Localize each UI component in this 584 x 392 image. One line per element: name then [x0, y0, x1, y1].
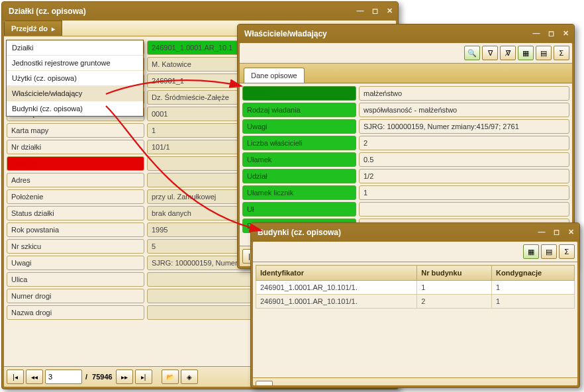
- form-row: Ułamek licznik1: [242, 185, 569, 200]
- field-value: 1/2: [359, 169, 569, 183]
- table-cell: 1: [492, 295, 575, 309]
- minimize-icon[interactable]: —: [537, 228, 546, 237]
- prev-page-button[interactable]: ◂◂: [26, 369, 43, 384]
- table-cell: 246901_1.0001.AR_10.101/1.: [256, 295, 417, 309]
- field-value: [359, 202, 569, 217]
- column-header[interactable]: Kondygnacje: [492, 266, 575, 281]
- sigma-icon[interactable]: Σ: [554, 46, 569, 60]
- form-row: Osobamałżeństwo: [242, 86, 569, 101]
- column-header[interactable]: Nr budynku: [417, 266, 492, 281]
- window-budynki: Budynki (cz. opisowa) — ◻ ✕ ▦ ▤ Σ Identy…: [250, 222, 580, 388]
- title-wlasciciele: Właściciele/władający: [242, 29, 532, 38]
- menu-item[interactable]: Działki: [7, 40, 143, 56]
- sigma-icon[interactable]: Σ: [559, 244, 575, 259]
- field-value: SJRG: 100000159, Numer zmiany:415/97; 27…: [359, 119, 569, 134]
- funnel-off-icon[interactable]: ∇̸: [500, 46, 516, 60]
- folder-button[interactable]: 📂: [162, 369, 179, 384]
- minimize-icon[interactable]: —: [356, 7, 365, 16]
- form-row: Uł: [242, 202, 569, 217]
- minimize-icon[interactable]: —: [532, 29, 541, 38]
- field-value: 2: [359, 136, 569, 150]
- field-label: Data do: [7, 156, 144, 171]
- tab-strip: Dane opisowe: [240, 64, 572, 83]
- table-cell: 2: [417, 295, 492, 309]
- table-row[interactable]: 246901_1.0001.AR_10.101/1.11: [256, 281, 575, 295]
- form-row: Ułamek0.5: [242, 152, 569, 167]
- field-label: Nr działki: [7, 140, 144, 154]
- field-label: Numer drogi: [7, 289, 144, 303]
- field-label: Uł: [242, 202, 356, 217]
- field-label: Położenie: [7, 189, 144, 204]
- form-row: UwagiSJRG: 100000159, Numer zmiany:415/9…: [242, 119, 569, 134]
- paginator-bud: 📂: [253, 377, 577, 385]
- menu-item[interactable]: Użytki (cz. opisowa): [7, 71, 143, 86]
- field-label: Osoba: [242, 86, 356, 101]
- title-dzialki: Działki (cz. opisowa): [6, 7, 356, 16]
- grid-icon[interactable]: ▤: [541, 244, 557, 259]
- maximize-icon[interactable]: ◻: [552, 228, 561, 237]
- field-label: Adres: [7, 173, 144, 187]
- close-icon[interactable]: ✕: [561, 29, 570, 38]
- table-cell: 1: [417, 281, 492, 295]
- goto-menu-button[interactable]: Przejdź do: [4, 21, 62, 36]
- menu-item[interactable]: Budynki (cz. opisowa): [7, 101, 143, 116]
- maximize-icon[interactable]: ◻: [546, 29, 556, 38]
- field-label: Udział: [242, 169, 356, 183]
- page-total: 75946: [91, 373, 114, 381]
- field-label: Uwagi: [242, 119, 356, 134]
- menu-item[interactable]: Jednostki rejestrowe gruntowe: [7, 56, 143, 71]
- form-row: Udział1/2: [242, 169, 569, 183]
- close-icon[interactable]: ✕: [385, 7, 394, 16]
- last-button[interactable]: ▸|: [135, 369, 152, 384]
- tab-dane-opisowe[interactable]: Dane opisowe: [244, 68, 305, 83]
- menu-item[interactable]: Właściciele/władający: [7, 86, 143, 101]
- field-value: 0.5: [359, 152, 569, 167]
- close-icon[interactable]: ✕: [566, 228, 575, 237]
- field-label: Uwagi: [7, 256, 144, 270]
- table-wrap: IdentyfikatorNr budynkuKondygnacje246901…: [253, 262, 577, 377]
- next-page-button[interactable]: ▸▸: [116, 369, 133, 384]
- column-header[interactable]: Identyfikator: [256, 266, 417, 281]
- goto-dropdown: DziałkiJednostki rejestrowe gruntoweUżyt…: [6, 40, 144, 117]
- filter-active-icon[interactable]: 🔍: [464, 46, 480, 60]
- table-cell: 1: [492, 281, 575, 295]
- titlebar-wlasciciele[interactable]: Właściciele/władający — ◻ ✕: [238, 24, 574, 43]
- export-excel-icon[interactable]: ▦: [518, 46, 534, 60]
- table-cell: 246901_1.0001.AR_10.101/1.: [256, 281, 417, 295]
- field-label: Rodzaj władania: [242, 103, 356, 117]
- first-button[interactable]: |◂: [7, 369, 24, 384]
- titlebar-budynki[interactable]: Budynki (cz. opisowa) — ◻ ✕: [251, 223, 579, 242]
- field-label: Karta mapy: [7, 123, 144, 138]
- field-value: 1: [359, 185, 569, 200]
- titlebar-dzialki[interactable]: Działki (cz. opisowa) — ◻ ✕: [2, 2, 398, 21]
- field-label: Rok powstania: [7, 222, 144, 237]
- table-row[interactable]: 246901_1.0001.AR_10.101/1.21: [256, 295, 575, 309]
- field-value: małżeństwo: [359, 86, 569, 101]
- page-input[interactable]: [45, 369, 82, 384]
- form-row: Rodzaj władaniawspółwłasność - małżeństw…: [242, 103, 569, 117]
- funnel-icon[interactable]: ∇: [482, 46, 498, 60]
- grid-icon[interactable]: ▤: [536, 46, 552, 60]
- maximize-icon[interactable]: ◻: [370, 7, 379, 16]
- field-label: Ułamek: [242, 152, 356, 167]
- field-label: Nazwa drogi: [7, 305, 144, 320]
- field-label: Ulica: [7, 272, 144, 287]
- relation-button[interactable]: ◈: [181, 369, 198, 384]
- field-value: współwłasność - małżeństwo: [359, 103, 569, 117]
- field-label: Nr szkicu: [7, 239, 144, 254]
- wlasc-form: OsobamałżeństwoRodzaj władaniawspółwłasn…: [240, 83, 572, 246]
- title-budynki: Budynki (cz. opisowa): [255, 228, 537, 237]
- toolbar-budynki: ▦ ▤ Σ: [253, 242, 577, 262]
- budynki-table: IdentyfikatorNr budynkuKondygnacje246901…: [256, 265, 575, 309]
- field-label: Status działki: [7, 206, 144, 220]
- field-label: Ułamek licznik: [242, 185, 356, 200]
- form-row: Liczba właścicieli2: [242, 136, 569, 150]
- field-label: Liczba właścicieli: [242, 136, 356, 150]
- folder-button[interactable]: 📂: [256, 381, 273, 385]
- toolbar-wlasciciele: 🔍 ∇ ∇̸ ▦ ▤ Σ: [240, 43, 572, 64]
- export-excel-icon[interactable]: ▦: [523, 244, 539, 259]
